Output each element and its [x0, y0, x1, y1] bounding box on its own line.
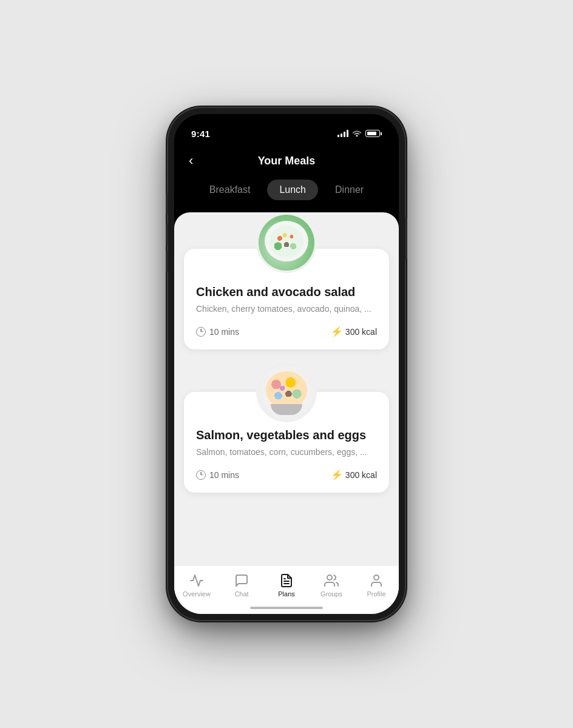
notch	[247, 114, 326, 135]
wifi-icon	[352, 129, 362, 138]
meal-time-2: 10 mins	[196, 470, 239, 480]
meal-image-2	[256, 362, 317, 422]
clock-icon-1	[196, 327, 206, 337]
meal-meta-1: 10 mins ⚡ 300 kcal	[196, 326, 377, 337]
overview-icon	[189, 573, 204, 588]
meal-ingredients-2: Salmon, tomatoes, corn, cucumbers, eggs,…	[196, 447, 377, 457]
nav-item-profile[interactable]: Profile	[358, 573, 395, 598]
svg-point-3	[374, 575, 379, 580]
phone-frame: 9:41	[168, 108, 405, 620]
meals-scroll[interactable]: Chicken and avocado salad Chicken, cherr…	[174, 212, 399, 614]
tab-dinner[interactable]: Dinner	[323, 180, 376, 200]
bowl-image	[259, 364, 314, 420]
nav-label-groups: Groups	[320, 590, 342, 598]
profile-icon	[369, 573, 384, 588]
meal-image-1	[256, 212, 317, 273]
bolt-icon-2: ⚡	[331, 469, 343, 480]
meal-kcal-2: ⚡ 300 kcal	[331, 469, 377, 480]
nav-item-groups[interactable]: Groups	[313, 573, 350, 598]
meal-ingredients-1: Chicken, cherry tomatoes, avocado, quino…	[196, 304, 377, 314]
home-indicator	[250, 607, 323, 609]
meal-name-1: Chicken and avocado salad	[196, 285, 377, 299]
status-time: 9:41	[191, 129, 210, 139]
meal-kcal-label-1: 300 kcal	[345, 327, 377, 337]
nav-item-chat[interactable]: Chat	[223, 573, 260, 598]
nav-label-overview: Overview	[183, 590, 211, 598]
meal-tabs: Breakfast Lunch Dinner	[174, 180, 399, 212]
nav-label-plans: Plans	[278, 590, 295, 598]
app-content: ‹ Your Meals Breakfast Lunch Dinner	[174, 144, 399, 614]
salad-image	[259, 215, 314, 271]
status-icons	[337, 129, 382, 138]
svg-point-2	[327, 575, 332, 580]
nav-item-overview[interactable]: Overview	[178, 573, 215, 598]
nav-label-chat: Chat	[234, 590, 248, 598]
header: ‹ Your Meals	[174, 144, 399, 180]
nav-label-profile: Profile	[367, 590, 385, 598]
clock-icon-2	[196, 470, 206, 480]
groups-icon	[324, 573, 339, 588]
meal-time-1: 10 mins	[196, 327, 239, 337]
meal-meta-2: 10 mins ⚡ 300 kcal	[196, 469, 377, 480]
meal-card-wrapper-1: Chicken and avocado salad Chicken, cherr…	[184, 212, 389, 349]
phone-wrapper: 9:41	[168, 108, 405, 620]
phone-screen: 9:41	[174, 114, 399, 614]
page-title: Your Meals	[258, 155, 316, 167]
meal-card-wrapper-2: Salmon, vegetables and eggs Salmon, toma…	[184, 362, 389, 493]
back-button[interactable]: ‹	[186, 152, 195, 170]
signal-bars-icon	[337, 130, 348, 137]
chat-icon	[234, 573, 249, 588]
meal-kcal-label-2: 300 kcal	[345, 470, 377, 480]
nav-item-plans[interactable]: Plans	[268, 573, 305, 598]
tab-breakfast[interactable]: Breakfast	[197, 180, 263, 200]
bolt-icon-1: ⚡	[331, 326, 343, 337]
meal-name-2: Salmon, vegetables and eggs	[196, 428, 377, 442]
meal-time-label-1: 10 mins	[209, 327, 239, 337]
plans-icon	[279, 573, 294, 588]
tab-lunch[interactable]: Lunch	[267, 180, 318, 200]
meal-time-label-2: 10 mins	[209, 470, 239, 480]
meal-kcal-1: ⚡ 300 kcal	[331, 326, 377, 337]
battery-icon	[365, 130, 382, 137]
